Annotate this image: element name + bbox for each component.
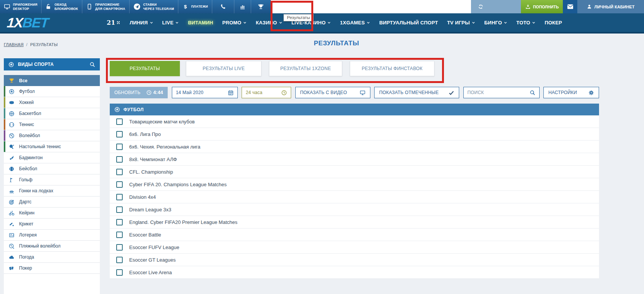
league-checkbox[interactable] [116, 169, 123, 175]
refresh-button[interactable]: ОБНОВИТЬ 4:44 [110, 87, 168, 98]
league-checkbox[interactable] [116, 244, 123, 251]
league-checkbox[interactable] [116, 181, 123, 188]
search-icon[interactable] [530, 90, 535, 96]
topbar-link-desktop-app[interactable]: ПРИЛОЖЕНИЯDESKTOP [0, 0, 42, 13]
league-label: England. Cyber FIFA20 Premier League Mat… [129, 219, 237, 225]
tab-results[interactable]: РЕЗУЛЬТАТЫ [110, 61, 180, 76]
tab-label: РЕЗУЛЬТАТЫ LIVE [203, 66, 245, 71]
nav-item-virtual-sport[interactable]: ВИРТУАЛЬНЫЙ СПОРТ [379, 20, 438, 26]
league-checkbox[interactable] [116, 269, 123, 276]
topbar-results-button[interactable] [251, 0, 271, 13]
chevron-down-icon [504, 21, 507, 24]
topbar-stats-button[interactable] [234, 0, 251, 13]
tab-results-1xzone[interactable]: РЕЗУЛЬТАТЫ 1XZONE [269, 61, 342, 76]
show-marked-toggle[interactable]: ПОКАЗАТЬ ОТМЕЧЕННЫЕ [374, 87, 459, 98]
league-row[interactable]: Esoccer Live Arena [110, 266, 599, 279]
nav-item-label: PROMO [222, 20, 241, 26]
sidebar-item-label: Дартс [19, 199, 32, 205]
sidebar-item-hockey[interactable]: Хоккей [4, 97, 100, 108]
nav-item-label: ТОТО [516, 20, 530, 26]
league-row[interactable]: Esoccer GT Leagues [110, 254, 599, 266]
league-row[interactable]: Esoccer Battle [110, 228, 599, 241]
sidebar-item-all[interactable]: Все [4, 75, 100, 86]
league-row[interactable]: Esoccer FUFV League [110, 241, 599, 254]
search-icon[interactable] [90, 62, 95, 67]
sidebar-item-weather[interactable]: Погода [4, 252, 100, 263]
sidebar-item-poker[interactable]: Покер [4, 263, 100, 274]
nav-item-bingo[interactable]: БИНГО [484, 20, 507, 26]
sidebar-item-boat-racing[interactable]: Гонки на лодках [4, 185, 100, 197]
topbar-link-block-bypass[interactable]: ОБХОДБЛОКИРОВОК [42, 0, 82, 13]
league-checkbox[interactable] [116, 118, 123, 125]
topbar-phone-button[interactable] [212, 0, 234, 13]
league-row[interactable]: Dream League 3x3 [110, 203, 599, 216]
sidebar-item-darts[interactable]: Дартс [4, 197, 100, 208]
league-checkbox[interactable] [116, 194, 123, 200]
account-button[interactable]: ЛИЧНЫЙ КАБИНЕТ [577, 0, 644, 13]
settings-button[interactable]: НАСТРОЙКИ [543, 87, 599, 98]
desktop-app-icon [4, 3, 10, 10]
sidebar-item-football[interactable]: Футбол [4, 86, 100, 97]
sidebar-item-volleyball[interactable]: Волейбол [4, 130, 100, 141]
sidebar-item-lottery[interactable]: Лотерея [4, 230, 100, 241]
league-checkbox[interactable] [116, 156, 123, 163]
deposit-button[interactable]: ПОПОЛНИТЬ [521, 0, 563, 13]
refresh-section[interactable] [471, 0, 521, 13]
search-input[interactable] [468, 90, 530, 95]
league-row[interactable]: England. Cyber FIFA20 Premier League Mat… [110, 216, 599, 228]
league-row[interactable]: 6х6. Лига Про [110, 128, 599, 141]
league-checkbox[interactable] [116, 257, 123, 263]
nav-item-promo[interactable]: PROMO [222, 20, 247, 26]
nav-item-toto[interactable]: ТОТО [516, 20, 535, 26]
sidebar-item-keirin[interactable]: Кейрин [4, 208, 100, 219]
nav-item-label: LIVE [162, 20, 174, 26]
nav-item-label: ПОКЕР [545, 20, 562, 26]
sidebar-item-tennis[interactable]: Теннис [4, 119, 100, 130]
sidebar-item-badminton[interactable]: Бадминтон [4, 152, 100, 163]
nav-item-casino[interactable]: КАЗИНО [256, 20, 282, 26]
sidebar-item-table-tennis[interactable]: Настольный теннис [4, 141, 100, 152]
logo-part-2: BET [22, 15, 49, 30]
logo[interactable]: 1XBET [6, 15, 49, 31]
breadcrumb-home-link[interactable]: ГЛАВНАЯ [4, 42, 24, 47]
show-video-toggle[interactable]: ПОКАЗАТЬ С ВИДЕО [295, 87, 370, 98]
nav-item-1xgames[interactable]: 1XGAMES [340, 20, 370, 26]
league-row[interactable]: Division 4x4 [110, 191, 599, 203]
breadcrumb: ГЛАВНАЯ/РЕЗУЛЬТАТЫ [4, 42, 58, 47]
sidebar-item-beach-volleyball[interactable]: Пляжный волейбол [4, 241, 100, 252]
league-checkbox[interactable] [116, 144, 123, 150]
nav-item-tv-games[interactable]: TV ИГРЫ [447, 20, 475, 26]
sidebar-item-cricket[interactable]: Крикет [4, 219, 100, 230]
clock-icon [146, 90, 152, 95]
league-label: Dream League 3x3 [129, 207, 171, 213]
sidebar-item-baseball[interactable]: Бейсбол [4, 163, 100, 174]
nav-item-line[interactable]: ЛИНИЯ [130, 20, 153, 26]
topbar-link-telegram-bets[interactable]: СТАВКИЧЕРЕЗ TELEGRAM [130, 0, 178, 13]
date-picker[interactable]: 14 Май 2020 [172, 87, 238, 98]
mail-button[interactable] [563, 0, 577, 13]
period-selector[interactable]: 24 часа [242, 87, 291, 98]
league-checkbox[interactable] [116, 232, 123, 238]
league-row[interactable]: Cyber FIFA 20. Champions League Matches [110, 178, 599, 191]
tab-results-finbets[interactable]: РЕЗУЛЬТАТЫ ФИНСТАВОК [350, 61, 434, 76]
sidebar-item-label: Футбол [19, 89, 35, 94]
league-row[interactable]: CFL. Championship [110, 166, 599, 178]
account-label: ЛИЧНЫЙ КАБИНЕТ [594, 5, 635, 9]
sidebar-item-basketball[interactable]: Баскетбол [4, 108, 100, 119]
nav-item-vitamin[interactable]: ВИТАМИН [188, 20, 213, 26]
settings-label: НАСТРОЙКИ [548, 90, 577, 95]
topbar-link-payments[interactable]: $ПЛАТЕЖИ [178, 0, 212, 13]
league-row[interactable]: Товарищеские матчи клубов [110, 115, 599, 128]
sidebar-item-golf[interactable]: Гольф [4, 174, 100, 185]
sport-color-strip [4, 141, 5, 152]
nav-item-poker[interactable]: ПОКЕР [545, 20, 562, 26]
league-checkbox[interactable] [116, 131, 123, 137]
league-checkbox[interactable] [116, 206, 123, 213]
league-row[interactable]: 6х6. Чехия. Региональная лига [110, 141, 599, 153]
nav-item-live[interactable]: LIVE [162, 20, 179, 26]
league-row[interactable]: 8х8. Чемпионат АЛФ [110, 153, 599, 166]
topbar-white-patch [271, 0, 292, 13]
league-checkbox[interactable] [116, 219, 123, 225]
topbar-link-smartphone-app[interactable]: ПРИЛОЖЕНИЕДЛЯ СМАРТФОНА [82, 0, 130, 13]
tab-results-live[interactable]: РЕЗУЛЬТАТЫ LIVE [186, 61, 261, 76]
